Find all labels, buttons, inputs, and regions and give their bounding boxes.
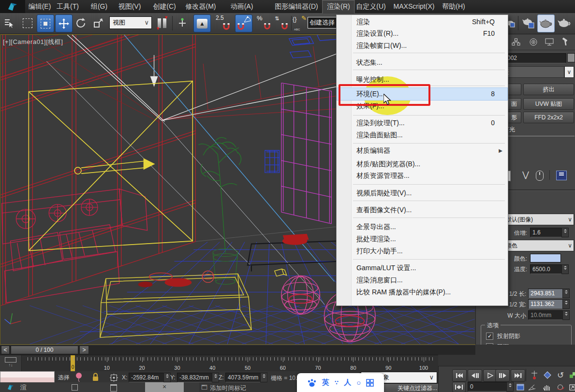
set-key-icon[interactable]: [528, 369, 541, 381]
percent-snap-icon[interactable]: %: [255, 15, 272, 31]
y-coordinate-field[interactable]: -38.832mm: [177, 373, 214, 382]
menubar-item-6[interactable]: 动画(A): [226, 0, 258, 13]
snaps-toggle-icon[interactable]: 2.5: [215, 15, 231, 31]
render-menu-item-16[interactable]: 材质资源管理器...: [337, 170, 507, 182]
render-production-icon[interactable]: [537, 15, 555, 32]
named-selection-set-field[interactable]: 创建选择: [308, 17, 337, 29]
window-crossing-icon[interactable]: [37, 15, 54, 32]
modifier-button-0[interactable]: 挤出: [523, 84, 574, 95]
menubar-item-8[interactable]: 渲染(R): [322, 0, 354, 14]
render-menu-item-B[interactable]: 材质/贴图浏览器(B)...: [337, 158, 507, 170]
current-frame-marker[interactable]: 0: [71, 355, 75, 371]
background-window-titlebar[interactable]: 渲 ×: [0, 382, 199, 392]
ime-grid-icon[interactable]: [366, 379, 374, 387]
temperature-field[interactable]: 6500.0: [530, 264, 563, 274]
spinner-snap-icon[interactable]: ⇅: [273, 15, 289, 31]
multiplier-spinner[interactable]: [561, 228, 569, 237]
ime-punct-icon[interactable]: ∵: [335, 379, 339, 386]
temperature-spinner[interactable]: [561, 264, 569, 274]
time-slider[interactable]: < 0 / 100 >: [0, 345, 475, 355]
ime-toolbar[interactable]: 英 ∵ 人 ○: [297, 373, 384, 392]
tab-hierarchy-icon[interactable]: [509, 35, 523, 48]
render-menu-item-23[interactable]: 批处理渲染...: [337, 233, 507, 245]
angle-snap-icon[interactable]: [235, 15, 252, 32]
menubar-item-3[interactable]: 视图(V): [114, 0, 146, 13]
show-end-result-icon[interactable]: ⋁: [522, 170, 529, 180]
modifier-button-UVW[interactable]: UVW 贴图: [523, 98, 574, 110]
menubar-item-7[interactable]: 图形编辑器(D): [270, 0, 322, 13]
render-menu-item-V[interactable]: 视频后期处理(V)...: [337, 187, 507, 199]
render-menu-item-27[interactable]: 渲染消息窗口...: [337, 274, 507, 286]
key-mode-toggle-icon[interactable]: [452, 382, 466, 392]
go-to-start-button[interactable]: [452, 369, 467, 382]
z-spinner[interactable]: [260, 373, 267, 382]
time-slider-handle[interactable]: 0 / 100: [11, 346, 78, 354]
edit-named-selections-icon[interactable]: {} ✎ ABC: [292, 15, 307, 31]
render-menu-item-0[interactable]: 渲染Shift+Q: [337, 16, 507, 28]
menubar-item-5[interactable]: 修改器(M): [181, 0, 221, 13]
rendered-frame-window-icon[interactable]: [520, 15, 537, 31]
half-length-field[interactable]: 2943.851: [528, 289, 564, 298]
orbit-camera-icon[interactable]: [553, 381, 567, 392]
half-length-spinner[interactable]: [562, 289, 570, 298]
select-manipulate-icon[interactable]: [174, 15, 191, 31]
close-icon[interactable]: ×: [145, 382, 184, 392]
keyboard-override-icon[interactable]: ▲: [193, 15, 211, 32]
render-menu-item-T[interactable]: 渲染到纹理(T)...0: [337, 117, 507, 129]
ime-shape-icon[interactable]: ○: [356, 378, 361, 387]
pivot-center-icon[interactable]: ▼ ▼: [154, 15, 170, 31]
reference-coordsys-dropdown[interactable]: 视图∨: [109, 16, 152, 29]
mini-curve-editor-icon[interactable]: ↑↓: [0, 355, 22, 371]
tab-motion-icon[interactable]: [526, 35, 541, 48]
layer-cubes-icon[interactable]: [566, 369, 575, 381]
render-iterative-icon[interactable]: [556, 15, 573, 31]
modifier-button-FFD2x2x2[interactable]: FFD 2x2x2: [523, 112, 574, 123]
menubar-item-2[interactable]: 组(G): [87, 0, 112, 13]
w-size-field[interactable]: 10.0mm: [528, 310, 564, 320]
previous-frame-button[interactable]: [468, 369, 482, 382]
x-spinner[interactable]: [163, 373, 171, 382]
render-menu-item-W[interactable]: 渲染帧窗口(W)...: [337, 40, 507, 52]
go-to-end-button[interactable]: [511, 369, 525, 382]
current-frame-field[interactable]: 0: [468, 382, 508, 392]
w-size-spinner[interactable]: [562, 310, 570, 320]
render-menu-item-GammaLUT[interactable]: Gamma/LUT 设置...: [337, 262, 507, 274]
render-menu-item-12[interactable]: 渲染曲面贴图...: [337, 129, 507, 141]
orbit-icon[interactable]: ↺: [554, 369, 567, 381]
render-menu-item-14[interactable]: 材质编辑器▶: [337, 145, 507, 157]
render-menu-item-R[interactable]: 渲染设置(R)...F10: [337, 28, 507, 40]
menubar-item-1[interactable]: 工具(T): [52, 0, 83, 13]
selection-filter-icon[interactable]: [1, 15, 17, 31]
restore-icon[interactable]: [72, 384, 78, 391]
ime-person-icon[interactable]: 人: [344, 378, 351, 387]
frame-spinner[interactable]: [506, 382, 514, 392]
x-coordinate-field[interactable]: -2592.84m: [129, 373, 165, 382]
select-scale-icon[interactable]: [90, 15, 106, 31]
preset-dropdown[interactable]: 默认(图像)∨: [502, 214, 574, 225]
render-menu-item-RAMP[interactable]: 比较 RAM 播放器中的媒体(P)...: [337, 286, 507, 298]
render-menu-item-4[interactable]: 状态集...: [337, 57, 507, 69]
half-width-field[interactable]: 1131.362: [528, 299, 564, 309]
time-slider-prev-button[interactable]: <: [1, 346, 10, 354]
render-menu-item-22[interactable]: 全景导出器...: [337, 221, 507, 233]
pan-hand-icon[interactable]: [540, 381, 553, 392]
render-menu-item-V[interactable]: 查看图像文件(V)...: [337, 204, 507, 216]
checkbox-0[interactable]: ✓: [486, 333, 493, 340]
time-slider-next-button[interactable]: >: [79, 346, 89, 354]
app-logo-icon[interactable]: [0, 0, 25, 13]
tab-utilities-icon[interactable]: [558, 35, 573, 48]
select-move-icon[interactable]: [55, 15, 73, 32]
option-row-0[interactable]: ✓投射阴影: [486, 332, 520, 340]
menubar-item-11[interactable]: 帮助(H): [438, 0, 469, 13]
track-bar[interactable]: ↑↓ 0 102030405060708090100: [0, 355, 438, 371]
viewport-label[interactable]: [+][Camera01][线框]: [3, 38, 63, 46]
rect-select-icon[interactable]: [19, 15, 36, 31]
object-color-swatch[interactable]: [567, 53, 575, 62]
maximize-icon[interactable]: [110, 384, 117, 392]
modifier-list-arrow-icon[interactable]: ∨: [564, 66, 574, 78]
maximize-viewport-icon[interactable]: [565, 381, 575, 392]
make-unique-icon[interactable]: [536, 171, 544, 181]
y-spinner[interactable]: [212, 373, 219, 382]
color-swatch[interactable]: [530, 254, 561, 262]
gizmo-toggle-icon[interactable]: [541, 369, 554, 381]
